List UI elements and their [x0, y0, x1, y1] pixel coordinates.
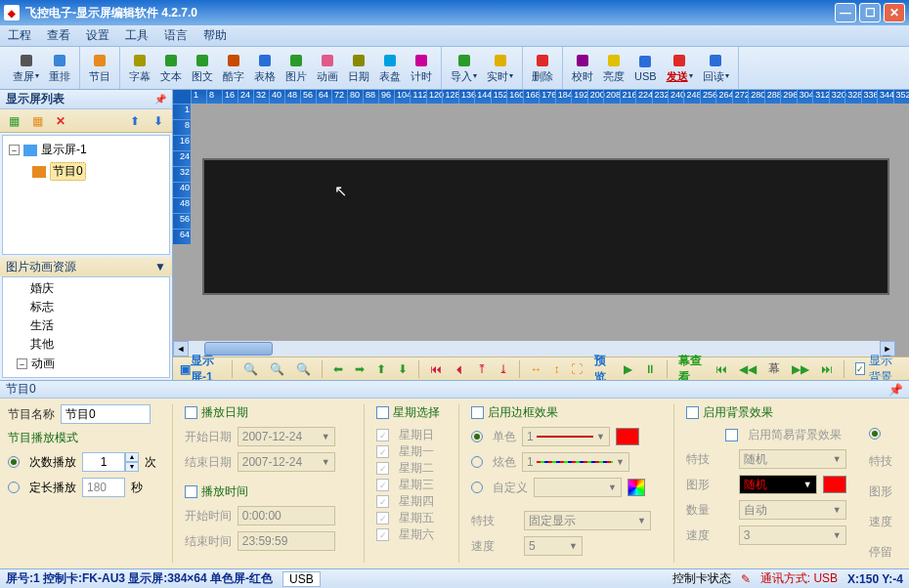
resource-item[interactable]: 生活: [7, 316, 165, 335]
custom-row[interactable]: 自定义 ▼: [471, 478, 662, 497]
resource-group[interactable]: − 动画: [15, 354, 165, 374]
tree-child[interactable]: 节目0: [30, 160, 165, 183]
program-name-input[interactable]: [61, 404, 151, 424]
fwd-icon[interactable]: ▶▶: [789, 361, 812, 377]
toolbar-表盘[interactable]: 表盘: [374, 49, 406, 88]
weekday-星期五[interactable]: 星期五: [376, 510, 447, 526]
canvas-area[interactable]: 1816243240485664728088961041121201281361…: [173, 90, 909, 380]
minimize-button[interactable]: —: [835, 3, 856, 22]
screen-tab[interactable]: ▣ 显示屏-1: [177, 352, 224, 381]
pin-icon[interactable]: 📌: [888, 383, 903, 397]
close-button[interactable]: ✕: [884, 3, 905, 22]
solid-radio[interactable]: [471, 431, 483, 442]
toolbar-校时[interactable]: 校时: [567, 49, 598, 88]
play-time-group[interactable]: 播放时间: [185, 483, 352, 500]
top-icon[interactable]: ⤒: [474, 361, 490, 377]
move-down-icon[interactable]: ⬇: [149, 111, 168, 131]
play-date-group[interactable]: 播放日期: [185, 404, 352, 421]
resource-item[interactable]: 婚庆: [7, 279, 165, 298]
weekday-星期六[interactable]: 星期六: [376, 526, 447, 543]
toolbar-实时[interactable]: 实时▾: [482, 49, 518, 88]
nav-down-icon[interactable]: ⬇: [395, 361, 411, 377]
simple-bg-checkbox[interactable]: [725, 429, 738, 441]
toolbar-回读[interactable]: 回读▾: [698, 49, 734, 88]
zoom-fit-icon[interactable]: 🔍: [267, 361, 287, 377]
toolbar-酷字[interactable]: 酷字: [218, 49, 249, 88]
resource-item[interactable]: 其他: [7, 335, 165, 354]
toolbar-计时[interactable]: 计时: [406, 49, 437, 88]
toolbar-亮度[interactable]: 亮度: [598, 49, 629, 88]
weekday-星期日[interactable]: 星期日: [376, 427, 447, 443]
resource-header[interactable]: 图片动画资源 ▼: [0, 257, 172, 276]
menu-工具[interactable]: 工具: [125, 27, 149, 44]
fwd-full-icon[interactable]: ⏭: [818, 361, 836, 377]
tree-collapse-icon[interactable]: −: [9, 145, 20, 155]
colorful-radio[interactable]: [471, 456, 483, 468]
bg-checkbox[interactable]: [686, 406, 699, 419]
vstretch-icon[interactable]: ↕: [550, 361, 562, 377]
nav-right-icon[interactable]: ➡: [352, 361, 368, 377]
shape-color-swatch[interactable]: [823, 476, 846, 493]
delete-screen-icon[interactable]: ✕: [51, 111, 70, 131]
pause-icon[interactable]: ⏸: [641, 361, 659, 377]
toolbar-发送[interactable]: 发送▾: [662, 49, 698, 88]
menu-工程[interactable]: 工程: [8, 27, 31, 44]
canvas-workarea[interactable]: [202, 158, 889, 295]
toolbar-图文[interactable]: 图文: [187, 49, 218, 88]
show-bg-checkbox[interactable]: 显示背景: [852, 352, 905, 381]
weekday-星期二[interactable]: 星期二: [376, 460, 447, 477]
resource-subitem[interactable]: 灯箱: [7, 374, 165, 378]
fixed-play-row[interactable]: 定长播放 秒: [8, 478, 160, 497]
move-up-icon[interactable]: ⬆: [125, 111, 145, 131]
toolbar-动画[interactable]: 动画: [312, 49, 343, 88]
curtain-icon[interactable]: 幕: [765, 359, 783, 378]
horizontal-scrollbar[interactable]: ◄ ►: [173, 341, 895, 357]
menu-帮助[interactable]: 帮助: [203, 27, 227, 44]
nav-up-icon[interactable]: ⬆: [373, 361, 389, 377]
resource-tree[interactable]: 婚庆标志生活其他− 动画灯箱字画: [2, 276, 170, 378]
toolbar-节目[interactable]: 节目: [84, 49, 115, 88]
menu-语言[interactable]: 语言: [164, 27, 188, 44]
colorful-row[interactable]: 炫色 1 ▼: [471, 452, 662, 472]
tree-root[interactable]: − 显示屏-1: [7, 140, 165, 160]
border-group[interactable]: 启用边框效果: [471, 404, 662, 421]
rew-full-icon[interactable]: ⏮: [713, 361, 730, 377]
solid-color-swatch[interactable]: [616, 428, 639, 445]
zoom-out-icon[interactable]: 🔍: [293, 361, 314, 377]
toolbar-图片[interactable]: 图片: [281, 49, 312, 88]
preview-label[interactable]: 预览: [591, 352, 615, 381]
menu-查看[interactable]: 查看: [47, 27, 70, 44]
toolbar-重排[interactable]: 重排: [44, 49, 75, 88]
simple-bg-row[interactable]: 启用简易背景效果: [725, 427, 857, 443]
toolbar-USB[interactable]: USB: [629, 49, 662, 88]
nav-left-icon[interactable]: ⬅: [330, 361, 346, 377]
bottom-icon[interactable]: ⤓: [496, 361, 511, 377]
maximize-button[interactable]: ☐: [859, 3, 881, 22]
weekday-星期一[interactable]: 星期一: [376, 443, 447, 460]
count-play-radio[interactable]: [8, 456, 20, 468]
zoom-in-icon[interactable]: 🔍: [240, 361, 261, 377]
play-icon[interactable]: ▶: [621, 361, 635, 377]
toolbar-表格[interactable]: 表格: [249, 49, 281, 88]
weekday-星期三[interactable]: 星期三: [376, 477, 447, 493]
weekday-星期四[interactable]: 星期四: [376, 493, 447, 510]
play-time-checkbox[interactable]: [185, 485, 197, 498]
play-date-checkbox[interactable]: [185, 406, 197, 419]
menu-设置[interactable]: 设置: [86, 27, 109, 44]
solid-row[interactable]: 单色 1 ▼: [471, 427, 662, 446]
prev-icon[interactable]: ⏴: [451, 361, 468, 377]
add-screen-icon[interactable]: ▦: [4, 111, 23, 131]
count-spinner[interactable]: ▲▼: [82, 452, 139, 472]
toolbar-字幕[interactable]: 字幕: [124, 49, 155, 88]
fullscreen-icon[interactable]: ⛶: [568, 361, 585, 377]
add-screen2-icon[interactable]: ▦: [27, 111, 47, 131]
resource-item[interactable]: 标志: [7, 298, 165, 316]
palette-icon[interactable]: [628, 479, 645, 496]
first-icon[interactable]: ⏮: [427, 361, 445, 377]
toolbar-日期[interactable]: 日期: [343, 49, 374, 88]
toolbar-文本[interactable]: 文本: [155, 49, 187, 88]
custom-radio[interactable]: [471, 482, 483, 493]
week-checkbox[interactable]: [376, 406, 389, 419]
pin-icon[interactable]: 📌: [154, 94, 166, 105]
rew-icon[interactable]: ◀◀: [736, 361, 759, 377]
